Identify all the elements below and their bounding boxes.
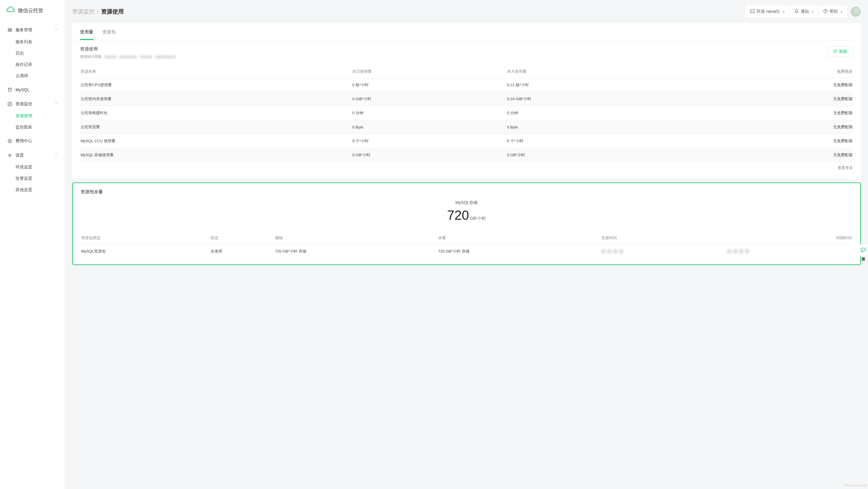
pack-table: 资源包类型状态规格余量生效时间到期时间 MySQL资源包未使用720 GB*小时… bbox=[81, 232, 852, 259]
col-header: 余量 bbox=[438, 232, 601, 244]
help-button[interactable]: 帮助 ▾ bbox=[818, 5, 847, 18]
support-button[interactable]: 技术支持 bbox=[859, 244, 868, 256]
nav-group: 资源监控⌃资源使用监控图表 bbox=[0, 98, 65, 133]
big-metric-label: MySQL存储 bbox=[81, 200, 852, 205]
table-row: 云托管流量0 Byte0 Byte无免费配额 bbox=[80, 120, 853, 134]
breadcrumb: 资源监控 / 资源使用 bbox=[72, 8, 124, 15]
col-header: 资源包类型 bbox=[81, 232, 210, 244]
svg-point-10 bbox=[863, 249, 864, 250]
table-row: MySQL资源包未使用720 GB*小时 存储720 GB*小时 存储 bbox=[81, 244, 852, 259]
logo-text: 微信云托管 bbox=[18, 7, 43, 14]
svg-rect-6 bbox=[750, 9, 754, 13]
col-header: 规格 bbox=[274, 232, 438, 244]
redacted bbox=[104, 56, 116, 59]
svg-point-11 bbox=[864, 249, 864, 250]
notify-button[interactable]: 通知 ▾ bbox=[789, 5, 818, 18]
big-metric-unit: GB*小时 bbox=[470, 216, 486, 221]
breadcrumb-parent[interactable]: 资源监控 bbox=[72, 8, 95, 15]
chevron-up-icon: ⌃ bbox=[55, 102, 58, 106]
refresh-button[interactable]: 刷新 bbox=[828, 46, 853, 57]
col-header: 到期时间 bbox=[726, 232, 852, 244]
redacted bbox=[140, 56, 152, 59]
nav-item[interactable]: 云调用 bbox=[0, 70, 65, 82]
col-header: 本日使用量 bbox=[352, 65, 506, 78]
nav-item[interactable]: 告警设置 bbox=[0, 173, 65, 184]
logo[interactable]: 微信云托管 bbox=[0, 0, 65, 21]
see-more-link[interactable]: 查看更多 bbox=[80, 162, 853, 173]
big-metric: MySQL存储 720GB*小时 bbox=[81, 200, 852, 223]
caret-down-icon: ▾ bbox=[841, 10, 842, 13]
nav-icon bbox=[7, 101, 12, 107]
sidebar: 微信云托管 服务管理⌃服务列表日志操作记录云调用MySQL资源监控⌃资源使用监控… bbox=[0, 0, 65, 489]
caret-down-icon: ▾ bbox=[783, 10, 784, 13]
col-header: 本月使用量 bbox=[506, 65, 699, 78]
watermark: CSDN @吉祥870 bbox=[843, 484, 866, 488]
env-selector[interactable]: 环境 nana01 ▾ bbox=[745, 5, 789, 18]
chat-icon bbox=[861, 247, 866, 253]
tabs: 使用量资源包 bbox=[72, 27, 861, 40]
svg-rect-1 bbox=[8, 30, 12, 31]
main-panel: 使用量资源包 资源使用 资源统计周期 刷新 bbox=[72, 23, 861, 180]
nav-item[interactable]: 环境设置 bbox=[0, 162, 65, 173]
table-row: MySQL 存储使用量0 GB*小时0 GB*小时无免费配额 bbox=[80, 148, 853, 162]
nav-item[interactable]: 其他设置 bbox=[0, 184, 65, 196]
topbar: 资源监控 / 资源使用 环境 nana01 ▾ 通知 ▾ 帮助 bbox=[72, 0, 861, 23]
nav-group: 费用中心 bbox=[0, 135, 65, 147]
tab[interactable]: 使用量 bbox=[80, 27, 93, 40]
cloud-icon bbox=[6, 6, 15, 15]
nav-group: 设置⌃环境设置告警设置其他设置 bbox=[0, 149, 65, 196]
refresh-icon bbox=[833, 49, 837, 54]
nav-item[interactable]: 资源使用 bbox=[0, 110, 65, 122]
big-metric-value: 720 bbox=[447, 208, 469, 222]
caret-down-icon: ▾ bbox=[812, 10, 813, 13]
section-title: 资源使用 bbox=[80, 46, 176, 52]
nav-icon bbox=[7, 27, 12, 33]
card-title: 资源包余量 bbox=[81, 189, 852, 195]
col-header: 资源名称 bbox=[80, 65, 352, 78]
nav-icon bbox=[7, 153, 12, 158]
table-row: 云托管CPU使用量0 核*小时0.12 核*小时无免费配额 bbox=[80, 78, 853, 92]
table-row: MySQL CCU 使用量0 个*小时0 个*小时无免费配额 bbox=[80, 134, 853, 148]
nav-header[interactable]: 服务管理⌃ bbox=[0, 24, 65, 36]
terminal-icon bbox=[750, 9, 755, 14]
table-row: 云托管内存使用量0 GiB*小时0.24 GiB*小时无免费配额 bbox=[80, 92, 853, 106]
navigation: 服务管理⌃服务列表日志操作记录云调用MySQL资源监控⌃资源使用监控图表费用中心… bbox=[0, 21, 65, 200]
nav-icon bbox=[7, 138, 12, 144]
nav-group: 服务管理⌃服务列表日志操作记录云调用 bbox=[0, 24, 65, 82]
nav-item[interactable]: 服务列表 bbox=[0, 36, 65, 48]
main-content: 资源监控 / 资源使用 环境 nana01 ▾ 通知 ▾ 帮助 bbox=[65, 0, 868, 489]
nav-header[interactable]: MySQL bbox=[0, 84, 65, 96]
svg-rect-0 bbox=[8, 29, 12, 30]
svg-point-9 bbox=[862, 249, 863, 250]
period-row: 资源统计周期 bbox=[80, 54, 176, 59]
tab[interactable]: 资源包 bbox=[102, 27, 116, 40]
breadcrumb-current: 资源使用 bbox=[101, 8, 124, 15]
nav-item[interactable]: 日志 bbox=[0, 48, 65, 59]
col-header: 免费额度 bbox=[698, 65, 853, 78]
nav-header[interactable]: 设置⌃ bbox=[0, 149, 65, 162]
nav-item[interactable]: 监控图表 bbox=[0, 122, 65, 133]
table-row: 云托管构建时长0 分钟0 分钟无免费配额 bbox=[80, 106, 853, 120]
topbar-actions: 环境 nana01 ▾ 通知 ▾ 帮助 ▾ bbox=[745, 5, 847, 18]
svg-point-2 bbox=[8, 88, 11, 89]
nav-item[interactable]: 操作记录 bbox=[0, 59, 65, 70]
bell-icon bbox=[794, 9, 799, 14]
nav-header[interactable]: 资源监控⌃ bbox=[0, 98, 65, 110]
chevron-up-icon: ⌃ bbox=[55, 153, 58, 157]
redacted bbox=[155, 56, 176, 59]
svg-point-5 bbox=[9, 155, 10, 156]
col-header: 状态 bbox=[210, 232, 274, 244]
help-icon bbox=[823, 9, 828, 14]
avatar[interactable] bbox=[851, 6, 861, 17]
resource-pack-card: 资源包余量 MySQL存储 720GB*小时 资源包类型状态规格余量生效时间到期… bbox=[72, 183, 861, 265]
chevron-up-icon: ⌃ bbox=[55, 28, 58, 32]
nav-group: MySQL bbox=[0, 84, 65, 96]
col-header: 生效时间 bbox=[601, 232, 726, 244]
nav-icon bbox=[7, 87, 12, 92]
section-header: 资源使用 资源统计周期 刷新 bbox=[80, 46, 853, 59]
usage-table: 资源名称本日使用量本月使用量免费额度 云托管CPU使用量0 核*小时0.12 核… bbox=[80, 65, 853, 162]
breadcrumb-sep: / bbox=[97, 8, 99, 15]
nav-header[interactable]: 费用中心 bbox=[0, 135, 65, 147]
redacted bbox=[119, 56, 137, 59]
